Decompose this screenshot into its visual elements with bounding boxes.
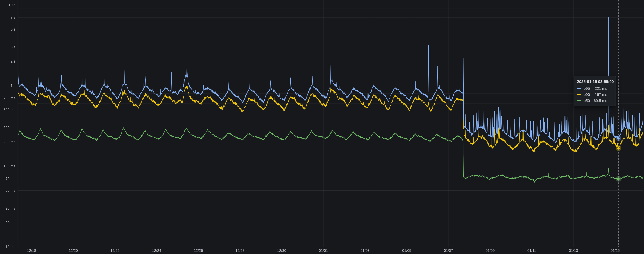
x-axis-tick-label: 01/15 bbox=[610, 249, 620, 253]
x-axis-tick-label: 01/01 bbox=[319, 249, 328, 253]
x-axis-tick-label: 12/30 bbox=[277, 249, 286, 253]
series-color-swatch bbox=[577, 88, 581, 89]
series-label: p90 bbox=[584, 92, 595, 97]
y-axis-tick-label: 1 s bbox=[0, 83, 16, 88]
x-axis-tick-label: 12/26 bbox=[194, 249, 203, 253]
x-axis-tick-label: 01/13 bbox=[569, 249, 578, 253]
y-axis-tick-label: 30 ms bbox=[0, 206, 16, 210]
y-axis-tick-label: 2 s bbox=[0, 59, 16, 63]
latency-chart-panel: 10 s7 s5 s3 s2 s1 s700 ms500 ms300 ms200… bbox=[0, 0, 644, 254]
tooltip-row: p5069.5 ms bbox=[577, 99, 613, 103]
y-axis-tick-label: 10 ms bbox=[0, 245, 16, 249]
series-color-swatch bbox=[577, 100, 581, 101]
tooltip-row: p90167 ms bbox=[577, 92, 613, 97]
y-axis-tick-label: 200 ms bbox=[0, 140, 16, 144]
x-axis-tick-label: 12/22 bbox=[110, 249, 120, 253]
x-axis-tick-label: 01/05 bbox=[402, 249, 411, 253]
latency-chart-canvas[interactable] bbox=[0, 0, 644, 254]
tooltip-row: p95221 ms bbox=[577, 86, 613, 91]
y-axis-tick-label: 10 s bbox=[0, 3, 16, 7]
series-value: 221 ms bbox=[595, 86, 607, 91]
y-axis-tick-label: 100 ms bbox=[0, 164, 16, 168]
tooltip-timestamp: 2025-01-15 03:50:00 bbox=[577, 80, 613, 84]
y-axis-tick-label: 7 s bbox=[0, 15, 16, 19]
x-axis-tick-label: 01/07 bbox=[444, 249, 453, 253]
y-axis-tick-label: 5 s bbox=[0, 27, 16, 31]
x-axis-tick-label: 01/11 bbox=[528, 249, 536, 253]
x-axis-tick-label: 01/03 bbox=[360, 249, 370, 253]
x-axis-tick-label: 01/09 bbox=[486, 249, 495, 253]
x-axis-tick-label: 12/18 bbox=[27, 249, 36, 253]
series-color-swatch bbox=[577, 94, 581, 95]
series-label: p95 bbox=[584, 86, 595, 91]
series-value: 69.5 ms bbox=[594, 99, 607, 103]
x-axis-tick-label: 12/24 bbox=[152, 249, 161, 253]
y-axis-tick-label: 300 ms bbox=[0, 126, 16, 130]
y-axis-tick-label: 50 ms bbox=[0, 188, 16, 193]
y-axis-tick-label: 70 ms bbox=[0, 176, 16, 181]
grafana-latency-panel: { "page": {"background": "#16181c", "tex… bbox=[0, 0, 644, 254]
y-axis-tick-label: 3 s bbox=[0, 45, 16, 49]
y-axis-tick-label: 500 ms bbox=[0, 108, 16, 112]
x-axis-tick-label: 12/20 bbox=[69, 249, 78, 253]
x-axis-tick-label: 12/28 bbox=[236, 249, 244, 253]
series-value: 167 ms bbox=[595, 92, 607, 97]
y-axis-tick-label: 20 ms bbox=[0, 220, 16, 225]
y-axis-tick-label: 700 ms bbox=[0, 96, 16, 100]
chart-tooltip: 2025-01-15 03:50:00 p95221 msp90167 msp5… bbox=[574, 76, 616, 106]
series-label: p50 bbox=[584, 99, 594, 103]
tooltip-rows: p95221 msp90167 msp5069.5 ms bbox=[577, 86, 613, 103]
